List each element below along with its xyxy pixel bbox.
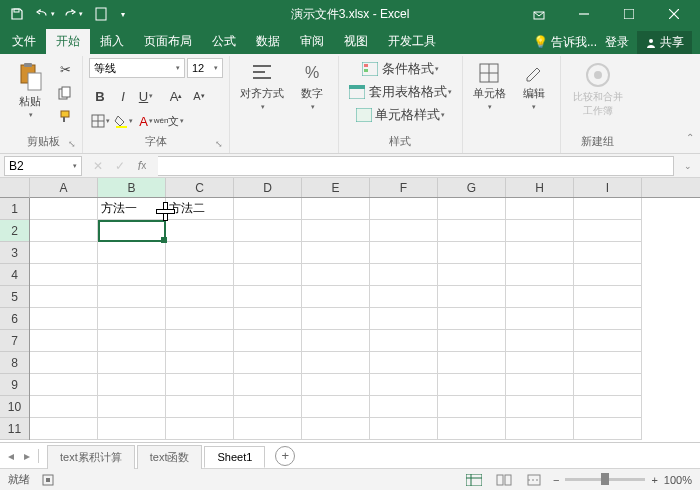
- col-header[interactable]: C: [166, 178, 234, 197]
- tell-me[interactable]: 💡 告诉我...: [533, 34, 597, 51]
- paste-button[interactable]: 粘贴▾: [10, 58, 50, 123]
- tab-dev[interactable]: 开发工具: [378, 29, 446, 54]
- col-header[interactable]: F: [370, 178, 438, 197]
- fill-color-button[interactable]: ▾: [112, 110, 134, 132]
- cells[interactable]: 方法一方法二: [30, 198, 700, 442]
- minimize-button[interactable]: [561, 0, 606, 28]
- row-header[interactable]: 1: [0, 198, 29, 220]
- col-header[interactable]: B: [98, 178, 166, 197]
- row-header[interactable]: 6: [0, 308, 29, 330]
- zoom-out-button[interactable]: −: [553, 474, 559, 486]
- decrease-font-button[interactable]: A▾: [188, 85, 210, 107]
- tab-review[interactable]: 审阅: [290, 29, 334, 54]
- sheet-tab[interactable]: Sheet1: [204, 446, 265, 468]
- cells-button[interactable]: 单元格▾: [469, 58, 510, 115]
- row-header[interactable]: 5: [0, 286, 29, 308]
- bold-button[interactable]: B: [89, 85, 111, 107]
- svg-rect-4: [624, 9, 634, 19]
- table-format-button[interactable]: 套用表格格式▾: [345, 81, 456, 103]
- increase-font-button[interactable]: A▴: [165, 85, 187, 107]
- tab-view[interactable]: 视图: [334, 29, 378, 54]
- align-button[interactable]: 对齐方式▾: [236, 58, 288, 115]
- underline-button[interactable]: U▾: [135, 85, 157, 107]
- zoom-level[interactable]: 100%: [664, 474, 692, 486]
- formula-input[interactable]: [158, 156, 674, 176]
- sheet-nav[interactable]: ◂ ▸: [8, 449, 39, 463]
- tab-layout[interactable]: 页面布局: [134, 29, 202, 54]
- dialog-launcher-icon[interactable]: ⤡: [68, 139, 76, 149]
- cancel-icon[interactable]: ✕: [88, 156, 108, 176]
- svg-point-7: [649, 39, 653, 43]
- share-button[interactable]: 共享: [637, 31, 692, 54]
- tab-start[interactable]: 开始: [46, 29, 90, 54]
- col-header[interactable]: D: [234, 178, 302, 197]
- cell-B1[interactable]: 方法一: [98, 198, 166, 220]
- expand-formula-bar[interactable]: ⌄: [680, 161, 696, 171]
- group-styles: 条件格式▾ 套用表格格式▾ 单元格样式▾ 样式: [339, 56, 463, 153]
- normal-view-button[interactable]: [463, 471, 485, 489]
- zoom-in-button[interactable]: +: [651, 474, 657, 486]
- sheet-tab[interactable]: text函数: [137, 445, 203, 469]
- col-header[interactable]: G: [438, 178, 506, 197]
- enter-icon[interactable]: ✓: [110, 156, 130, 176]
- row-header[interactable]: 9: [0, 374, 29, 396]
- page-break-button[interactable]: [523, 471, 545, 489]
- col-header[interactable]: H: [506, 178, 574, 197]
- svg-rect-39: [505, 475, 511, 485]
- qat-customize[interactable]: ▾: [116, 2, 130, 26]
- save-button[interactable]: [4, 2, 30, 26]
- select-all-corner[interactable]: [0, 178, 30, 198]
- zoom-slider[interactable]: [565, 478, 645, 481]
- svg-rect-1: [96, 8, 106, 20]
- zoom-control[interactable]: − + 100%: [553, 474, 692, 486]
- ribbon-display-button[interactable]: [516, 0, 561, 28]
- col-header[interactable]: A: [30, 178, 98, 197]
- group-clipboard: 粘贴▾ ✂ 剪贴板 ⤡: [4, 56, 83, 153]
- format-painter-button[interactable]: [54, 106, 76, 128]
- row-header[interactable]: 2: [0, 220, 29, 242]
- col-header[interactable]: I: [574, 178, 642, 197]
- macro-record-icon[interactable]: [42, 474, 54, 486]
- col-header[interactable]: E: [302, 178, 370, 197]
- login-link[interactable]: 登录: [605, 34, 629, 51]
- cond-format-button[interactable]: 条件格式▾: [345, 58, 456, 80]
- sheet-tab[interactable]: text累积计算: [47, 445, 135, 469]
- close-button[interactable]: [651, 0, 696, 28]
- sheet-tab-bar: ◂ ▸ text累积计算 text函数 Sheet1 +: [0, 442, 700, 468]
- cell-style-button[interactable]: 单元格样式▾: [345, 104, 456, 126]
- add-sheet-button[interactable]: +: [275, 446, 295, 466]
- tab-file[interactable]: 文件: [2, 29, 46, 54]
- border-button[interactable]: ▾: [89, 110, 111, 132]
- row-header[interactable]: 11: [0, 418, 29, 440]
- phonetic-button[interactable]: wén文▾: [158, 110, 180, 132]
- row-header[interactable]: 8: [0, 352, 29, 374]
- name-box[interactable]: B2▾: [4, 156, 82, 176]
- undo-button[interactable]: ▾: [32, 2, 58, 26]
- font-name-select[interactable]: 等线▾: [89, 58, 185, 78]
- row-headers: 1 2 3 4 5 6 7 8 9 10 11: [0, 198, 30, 440]
- font-size-select[interactable]: 12▾: [187, 58, 223, 78]
- redo-button[interactable]: ▾: [60, 2, 86, 26]
- page-layout-button[interactable]: [493, 471, 515, 489]
- tab-formula[interactable]: 公式: [202, 29, 246, 54]
- copy-button[interactable]: [54, 82, 76, 104]
- row-header[interactable]: 7: [0, 330, 29, 352]
- italic-button[interactable]: I: [112, 85, 134, 107]
- collapse-ribbon-button[interactable]: ⌃: [686, 132, 694, 143]
- dialog-launcher-icon[interactable]: ⤡: [215, 139, 223, 149]
- edit-button[interactable]: 编辑▾: [514, 58, 554, 115]
- svg-rect-38: [497, 475, 503, 485]
- new-file-button[interactable]: [88, 2, 114, 26]
- spreadsheet-grid[interactable]: A B C D E F G H I 1 2 3 4 5 6 7 8 9 10 1…: [0, 178, 700, 442]
- maximize-button[interactable]: [606, 0, 651, 28]
- tab-insert[interactable]: 插入: [90, 29, 134, 54]
- number-button[interactable]: % 数字▾: [292, 58, 332, 115]
- row-header[interactable]: 4: [0, 264, 29, 286]
- row-header[interactable]: 10: [0, 396, 29, 418]
- fx-icon[interactable]: fx: [132, 156, 152, 176]
- cut-button[interactable]: ✂: [54, 58, 76, 80]
- cell-C1[interactable]: 方法二: [166, 198, 234, 220]
- svg-rect-9: [24, 63, 32, 67]
- row-header[interactable]: 3: [0, 242, 29, 264]
- tab-data[interactable]: 数据: [246, 29, 290, 54]
